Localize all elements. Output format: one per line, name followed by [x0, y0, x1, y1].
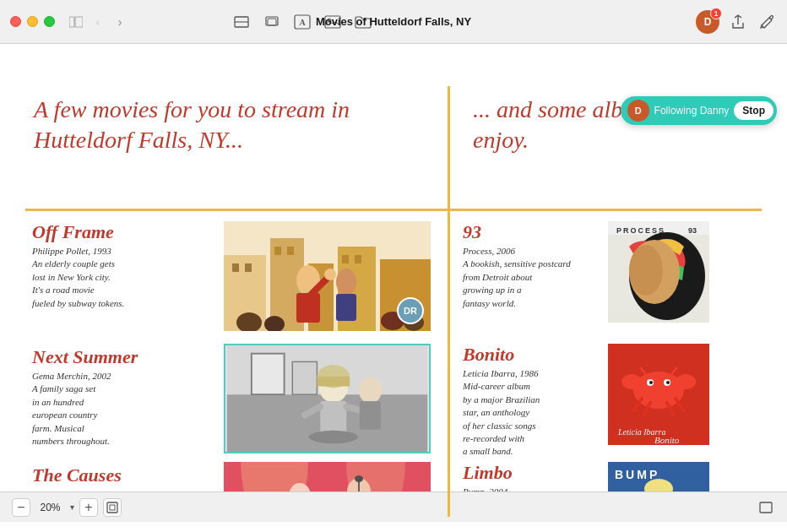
edit-icon[interactable]	[757, 12, 777, 32]
svg-rect-16	[232, 263, 239, 272]
window-title: Movies of Hutteldorf Falls, NY	[316, 15, 471, 28]
svg-point-43	[359, 377, 382, 404]
layers-icon[interactable]	[261, 14, 283, 30]
svg-rect-5	[268, 19, 276, 25]
svg-rect-17	[245, 263, 252, 272]
movie-meta-next-summer: Gema Merchin, 2002A family saga setin an…	[32, 370, 214, 448]
movie-title-next-summer: Next Summer	[32, 346, 214, 368]
zoom-caret-icon[interactable]: ▾	[70, 502, 74, 512]
forward-button[interactable]: ›	[111, 13, 129, 31]
left-heading-text: A few movies for you to stream in Huttel…	[34, 96, 350, 153]
titlebar-right: D 1	[696, 10, 777, 34]
album-meta-93: Process, 2006A bookish, sensitive postca…	[463, 245, 602, 310]
svg-text:Bonito: Bonito	[654, 435, 680, 445]
minimize-button[interactable]	[27, 16, 38, 27]
movie-item-next-summer: Next Summer Gema Merchin, 2002A family s…	[32, 346, 214, 448]
left-heading: A few movies for you to stream in Huttel…	[34, 95, 405, 156]
movie-thumb-off-frame: DR	[224, 221, 431, 331]
svg-point-45	[309, 431, 358, 444]
horizontal-divider	[25, 209, 762, 211]
album-title-limbo: Limbo	[463, 462, 602, 484]
back-button[interactable]: ‹	[89, 13, 107, 31]
movie-thumb-next-summer	[224, 344, 431, 453]
bottom-toolbar: − 20% ▾ +	[0, 491, 787, 522]
album-title-93: 93	[463, 221, 602, 243]
svg-point-73	[633, 372, 684, 409]
svg-rect-101	[110, 505, 115, 510]
canvas-area: D Following Danny Stop A few movies for …	[0, 44, 787, 522]
fit-page-button[interactable]	[103, 498, 122, 517]
fullscreen-button[interactable]	[44, 16, 55, 27]
album-cover-bonito: Leticia Ibarra Bonito	[608, 344, 709, 445]
album-meta-bonito: Leticia Ibarra, 1986Mid-career albumby a…	[463, 367, 602, 459]
movie-title-off-frame: Off Frame	[32, 221, 214, 243]
svg-point-60	[355, 475, 363, 482]
svg-rect-27	[336, 294, 356, 321]
zoom-out-icon: −	[17, 500, 24, 515]
vertical-divider	[448, 86, 450, 517]
svg-text:A: A	[299, 18, 306, 27]
svg-text:93: 93	[688, 226, 697, 235]
grid-view-icon[interactable]	[231, 14, 252, 30]
album-cover-93: PROCESS 93	[608, 221, 709, 323]
album-item-93: 93 Process, 2006A bookish, sensitive pos…	[463, 221, 602, 310]
svg-point-74	[621, 374, 642, 389]
zoom-in-icon: +	[84, 500, 92, 515]
album-item-bonito: Bonito Leticia Ibarra, 1986Mid-career al…	[463, 344, 602, 459]
avatar-initials: D	[704, 16, 712, 28]
svg-rect-21	[355, 255, 361, 263]
svg-rect-36	[292, 361, 317, 394]
text-icon[interactable]: A	[291, 14, 313, 30]
zoom-value: 20%	[35, 502, 65, 513]
svg-text:BUMP: BUMP	[615, 468, 659, 481]
zoom-out-button[interactable]: −	[12, 498, 30, 517]
dr-avatar: DR	[397, 297, 424, 324]
user-avatar[interactable]: D 1	[696, 10, 719, 34]
svg-rect-19	[287, 247, 294, 255]
movie-title-the-causes: The Causes	[32, 464, 214, 486]
svg-rect-102	[760, 502, 772, 513]
nav-buttons: ‹ ›	[67, 13, 129, 31]
svg-point-26	[336, 269, 356, 296]
traffic-lights	[10, 16, 55, 27]
svg-point-75	[676, 374, 696, 389]
svg-point-25	[324, 269, 336, 280]
titlebar: ‹ › Movies of Hutteldorf Falls, NY A D 1	[0, 0, 787, 44]
svg-point-71	[629, 245, 663, 296]
svg-rect-40	[320, 401, 346, 436]
svg-rect-100	[107, 502, 117, 513]
svg-rect-20	[342, 255, 349, 263]
svg-rect-18	[274, 247, 281, 255]
svg-rect-44	[360, 401, 381, 430]
stop-button[interactable]: Stop	[734, 101, 773, 120]
album-title-bonito: Bonito	[463, 344, 602, 366]
svg-point-83	[666, 381, 670, 384]
following-avatar: D	[627, 100, 649, 122]
zoom-in-button[interactable]: +	[79, 498, 98, 517]
svg-point-82	[649, 381, 653, 384]
svg-rect-0	[69, 17, 74, 27]
movie-meta-off-frame: Philippe Pollet, 1993An elderly couple g…	[32, 245, 214, 310]
following-banner: D Following Danny Stop	[621, 96, 777, 125]
notification-badge: 1	[710, 8, 722, 19]
share-icon[interactable]	[728, 12, 748, 32]
following-text: Following Danny	[654, 105, 730, 117]
svg-rect-39	[317, 377, 350, 387]
expand-button[interactable]	[757, 498, 775, 517]
svg-rect-1	[75, 17, 83, 27]
following-avatar-initial: D	[635, 106, 642, 116]
sidebar-toggle[interactable]	[67, 13, 85, 31]
svg-rect-35	[252, 354, 285, 394]
movie-item-off-frame: Off Frame Philippe Pollet, 1993An elderl…	[32, 221, 214, 310]
close-button[interactable]	[10, 16, 21, 27]
